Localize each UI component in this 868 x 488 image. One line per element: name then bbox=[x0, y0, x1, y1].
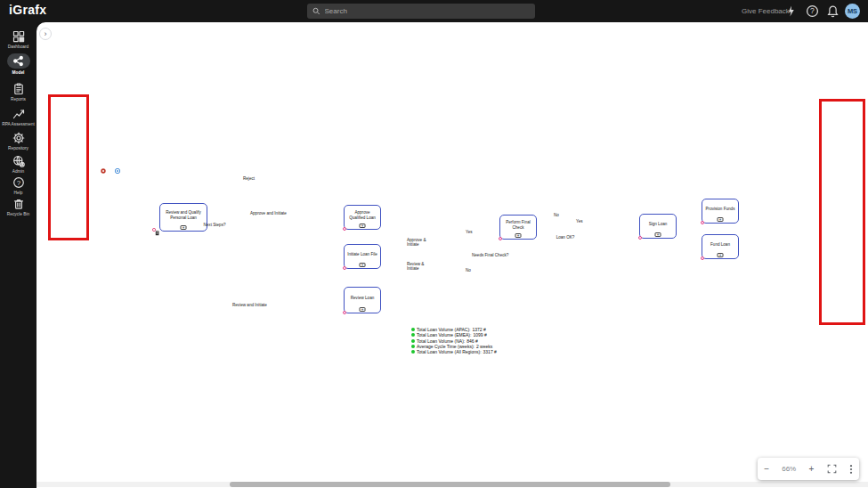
svg-text:?: ? bbox=[16, 179, 20, 187]
app-sidebar: Dashboard Model Reports RPA Assessment R… bbox=[0, 22, 37, 488]
task-pin-icon bbox=[638, 236, 642, 240]
bolt-icon[interactable] bbox=[784, 4, 798, 18]
task-pin-icon bbox=[343, 266, 346, 270]
flow-label-needs-final-check: Needs Final Check? bbox=[472, 253, 508, 257]
flow-label-no: No bbox=[554, 213, 559, 217]
diagram-marker-blue bbox=[115, 168, 120, 174]
sidebar-item-dashboard[interactable]: Dashboard bbox=[0, 30, 37, 49]
trash-icon bbox=[12, 198, 25, 210]
zoom-controls: − 66% + bbox=[758, 458, 859, 480]
kpi-dot-icon bbox=[411, 339, 415, 343]
kpi-dot-icon bbox=[411, 350, 415, 354]
igrafx-logo: iGrafx bbox=[9, 3, 46, 17]
zoom-in-button[interactable]: + bbox=[808, 464, 814, 474]
kpi-dot-icon bbox=[411, 333, 415, 337]
kebab-menu-icon[interactable] bbox=[849, 464, 853, 475]
task-review-loan[interactable]: Review Loan + bbox=[344, 287, 381, 313]
flow-label-review-and-initiate: Review and Initiate bbox=[232, 303, 267, 307]
kpi-row: Average Cycle Time (weeks):2 weeks bbox=[411, 344, 497, 349]
sidebar-item-recycle-bin[interactable]: Recycle Bin bbox=[0, 198, 37, 216]
sidebar-item-rpa-assessment[interactable]: RPA Assessment bbox=[0, 108, 37, 126]
subprocess-marker-icon: + bbox=[515, 233, 522, 238]
kpi-row: Total Loan Volume (APAC):1372 # bbox=[411, 327, 497, 332]
kpi-row: Total Loan Volume (All Regions):3317 # bbox=[411, 349, 497, 354]
sidebar-item-help[interactable]: ? Help bbox=[0, 176, 37, 195]
subprocess-marker-icon: + bbox=[181, 225, 187, 230]
task-provision-funds[interactable]: Provision Funds + bbox=[702, 199, 739, 224]
admin-icon bbox=[12, 155, 25, 167]
flow-label-approve-initiate: Approve & Initiate bbox=[407, 238, 428, 248]
task-annotation-icons bbox=[152, 228, 160, 236]
search-icon bbox=[312, 7, 320, 15]
model-icon bbox=[12, 55, 24, 67]
task-pin-icon bbox=[343, 311, 346, 314]
subprocess-marker-icon: + bbox=[718, 217, 724, 222]
help-circle-icon: ? bbox=[12, 176, 25, 189]
subprocess-marker-icon: + bbox=[360, 307, 366, 312]
sidebar-item-admin[interactable]: Admin bbox=[0, 155, 37, 174]
kpi-legend: Total Loan Volume (APAC):1372 # Total Lo… bbox=[411, 327, 497, 354]
sidebar-item-reports[interactable]: Reports bbox=[0, 83, 37, 102]
flow-label-review-initiate: Review & Initiate bbox=[407, 262, 428, 272]
flow-label-approve-and-initiate: Approve and Initiate bbox=[250, 211, 287, 216]
reports-icon bbox=[12, 83, 25, 95]
subprocess-marker-icon: + bbox=[718, 253, 724, 257]
flow-label-next-steps: Next Steps? bbox=[199, 223, 231, 227]
zoom-level: 66% bbox=[782, 465, 796, 473]
collapse-panel-button[interactable]: › bbox=[39, 28, 52, 40]
igrafx-app: { "topbar":{"logo":"iGrafx","search_plac… bbox=[0, 0, 868, 488]
task-fund-loan[interactable]: Fund Loan + bbox=[702, 234, 739, 259]
task-pin-icon bbox=[499, 237, 502, 240]
flow-label-yes: Yes bbox=[576, 219, 583, 224]
help-icon[interactable]: ? bbox=[806, 4, 819, 18]
global-search[interactable] bbox=[307, 4, 535, 19]
task-sign-loan[interactable]: Sign Loan + bbox=[639, 214, 677, 239]
task-pin-icon bbox=[701, 256, 704, 260]
flow-label-loan-ok: Loan OK? bbox=[551, 235, 580, 240]
kpi-row: Total Loan Volume (EMEA):1099 # bbox=[411, 332, 497, 338]
subprocess-marker-icon: + bbox=[655, 232, 661, 237]
subprocess-marker-icon: + bbox=[360, 263, 366, 267]
gear-icon bbox=[12, 132, 25, 144]
sidebar-item-model[interactable]: Model bbox=[0, 53, 37, 75]
flow-label-yes: Yes bbox=[466, 230, 473, 234]
flow-label-no: No bbox=[466, 268, 471, 272]
dashboard-icon bbox=[12, 30, 25, 43]
kpi-dot-icon bbox=[411, 345, 415, 348]
trend-chart-icon bbox=[12, 108, 25, 120]
horizontal-scrollbar-thumb[interactable] bbox=[230, 482, 670, 487]
search-input[interactable] bbox=[325, 7, 531, 15]
flow-label-reject: Reject bbox=[243, 176, 255, 181]
fullscreen-icon[interactable] bbox=[827, 464, 837, 474]
give-feedback-link[interactable]: Give Feedback bbox=[742, 7, 790, 15]
notifications-bell-icon[interactable] bbox=[826, 4, 840, 18]
sidebar-item-repository[interactable]: Repository bbox=[0, 132, 37, 150]
topbar: iGrafx Give Feedback ? MS bbox=[0, 0, 868, 22]
task-approve-qualified-loan[interactable]: Approve Qualified Loan + bbox=[344, 205, 381, 230]
active-pill bbox=[7, 53, 30, 69]
zoom-out-button[interactable]: − bbox=[764, 464, 769, 474]
content-panel bbox=[37, 22, 868, 488]
svg-text:?: ? bbox=[810, 6, 815, 15]
task-pin-icon bbox=[701, 221, 704, 224]
task-perform-final-check[interactable]: Perform Final Check + bbox=[499, 215, 537, 240]
user-avatar[interactable]: MS bbox=[845, 4, 860, 19]
task-review-and-qualify-personal-loan[interactable]: Review and Qualify Personal Loan + bbox=[159, 203, 207, 232]
diagram-marker-red bbox=[101, 168, 106, 174]
task-pin-icon bbox=[343, 227, 346, 231]
task-initiate-loan-file[interactable]: Initiate Loan File + bbox=[344, 244, 381, 269]
subprocess-marker-icon: + bbox=[360, 224, 366, 228]
kpi-dot-icon bbox=[411, 328, 415, 331]
